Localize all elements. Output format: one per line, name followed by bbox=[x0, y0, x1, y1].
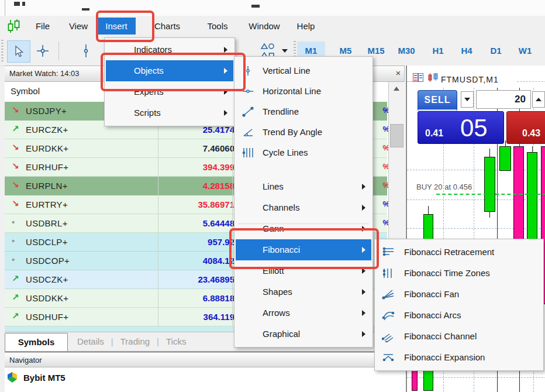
menu-bar: FileViewInsertChartsToolsWindowHelp bbox=[0, 16, 545, 36]
objects-submenu: Vertical LineHorizontal LineTrendlineTre… bbox=[234, 56, 373, 348]
price-cell: 364.119 bbox=[163, 312, 234, 322]
objects-menu-item-cycle-lines[interactable]: Cycle Lines bbox=[236, 142, 371, 163]
fib-expansion-icon bbox=[382, 352, 395, 363]
symbol-column-header[interactable]: Symbol bbox=[11, 86, 40, 96]
crosshair-tool-button[interactable] bbox=[32, 40, 54, 61]
trend-by-angle-icon bbox=[242, 126, 254, 138]
menu-item-label: Gann bbox=[263, 223, 284, 233]
symbol-cell: USDJPY+ bbox=[26, 106, 67, 116]
objects-dropdown-arrow-icon[interactable] bbox=[282, 49, 288, 53]
timeframe-button-d1[interactable]: D1 bbox=[485, 42, 506, 60]
tab-separator: | bbox=[157, 336, 159, 346]
objects-menu-item-graphical[interactable]: Graphical bbox=[236, 324, 371, 345]
symbol-cell: EURHUF+ bbox=[26, 162, 68, 172]
tab-ticks[interactable]: Ticks bbox=[166, 336, 186, 346]
symbol-cell: USDCLP+ bbox=[26, 237, 68, 247]
timeframe-button-h4[interactable]: H4 bbox=[456, 42, 477, 60]
menu-item-label: Fibonacci Fan bbox=[404, 289, 459, 299]
scrollbar-thumb[interactable] bbox=[390, 124, 403, 147]
menu-item-label: Fibonacci Time Zones bbox=[404, 268, 490, 278]
submenu-arrow-icon bbox=[362, 184, 365, 190]
chevron-up-icon bbox=[536, 98, 541, 101]
menu-item-insert[interactable]: Insert bbox=[97, 18, 136, 35]
quotes-list-icon[interactable] bbox=[413, 73, 423, 82]
submenu-arrow-icon bbox=[224, 47, 227, 53]
percent-cell: % bbox=[377, 106, 389, 115]
tab-trading[interactable]: Trading bbox=[120, 336, 150, 346]
timeframe-button-m30[interactable]: M30 bbox=[393, 42, 420, 60]
fibonacci-submenu: Fibonacci RetracementFibonacci Time Zone… bbox=[374, 239, 544, 371]
objects-menu-item-shapes[interactable]: Shapes bbox=[236, 281, 371, 302]
tab-symbols[interactable]: Symbols bbox=[5, 333, 68, 352]
navigator-title: Navigator bbox=[9, 356, 42, 365]
fib-menu-item-fibonacci-retracement[interactable]: Fibonacci Retracement bbox=[376, 242, 542, 263]
crosshair-icon bbox=[36, 44, 50, 58]
column-divider bbox=[232, 102, 233, 326]
timeframe-button-h1[interactable]: H1 bbox=[427, 42, 449, 60]
price-cell: 35.86971 bbox=[163, 200, 234, 209]
fib-menu-item-fibonacci-expansion[interactable]: Fibonacci Expansion bbox=[376, 347, 542, 368]
percent-cell: % bbox=[377, 218, 389, 227]
sell-tab[interactable]: SELL bbox=[418, 90, 457, 111]
objects-menu-item-gann[interactable]: Gann bbox=[236, 218, 371, 239]
menu-item-help[interactable]: Help bbox=[292, 18, 319, 35]
trend-up-icon: ↗ bbox=[12, 292, 19, 302]
tab-details[interactable]: Details bbox=[77, 336, 104, 346]
symbol-cell: USDBRL+ bbox=[26, 218, 68, 228]
volume-up-button[interactable] bbox=[532, 91, 545, 108]
price-cell: 4084.12 bbox=[163, 256, 234, 266]
menu-item-file[interactable]: File bbox=[30, 18, 55, 35]
menu-item-label: Shapes bbox=[263, 287, 292, 297]
volume-field[interactable]: 20 bbox=[476, 90, 531, 109]
objects-menu-item-elliott[interactable]: Elliott bbox=[236, 260, 371, 281]
submenu-arrow-icon bbox=[224, 68, 227, 74]
chart-window-icon[interactable] bbox=[428, 73, 439, 82]
vertical-line-tool-button[interactable] bbox=[75, 40, 97, 61]
navigator-titlebar[interactable]: Navigator bbox=[5, 352, 405, 367]
scroll-up-icon[interactable] bbox=[394, 87, 399, 91]
submenu-arrow-icon bbox=[224, 110, 227, 116]
trend-down-icon: ↘ bbox=[12, 198, 19, 209]
menu-item-view[interactable]: View bbox=[64, 18, 92, 35]
trend-up-icon: ↗ bbox=[12, 123, 19, 134]
submenu-arrow-icon bbox=[362, 205, 365, 211]
insert-menu-item-indicators[interactable]: Indicators bbox=[106, 39, 233, 60]
objects-menu-item-vertical-line[interactable]: Vertical Line bbox=[236, 60, 371, 81]
fib-menu-item-fibonacci-arcs[interactable]: Fibonacci Arcs bbox=[376, 305, 542, 326]
buy-price-button[interactable]: 0.43 bbox=[506, 111, 545, 144]
submenu-arrow-icon bbox=[362, 310, 365, 316]
toolbar-grip[interactable] bbox=[1, 40, 4, 62]
fib-menu-item-fibonacci-fan[interactable]: Fibonacci Fan bbox=[376, 284, 542, 305]
insert-menu-item-experts[interactable]: Experts bbox=[106, 81, 233, 102]
timeframe-button-w1[interactable]: W1 bbox=[513, 42, 537, 60]
insert-menu-item-scripts[interactable]: Scripts bbox=[106, 102, 233, 123]
mt5-window: FileViewInsertChartsToolsWindowHelp bbox=[0, 0, 545, 392]
fib-menu-item-fibonacci-time-zones[interactable]: Fibonacci Time Zones bbox=[376, 263, 542, 284]
objects-menu-item-trendline[interactable]: Trendline bbox=[236, 101, 371, 122]
cutoff-fragment bbox=[14, 2, 20, 6]
close-icon[interactable]: × bbox=[393, 67, 403, 80]
volume-dropdown-button[interactable] bbox=[461, 91, 474, 108]
menu-item-label: Objects bbox=[134, 66, 164, 75]
menu-item-tools[interactable]: Tools bbox=[202, 18, 233, 35]
objects-menu-item-trend-by-angle[interactable]: Trend By Angle bbox=[236, 122, 371, 142]
trend-down-icon: ↘ bbox=[12, 105, 19, 115]
menu-item-window[interactable]: Window bbox=[246, 18, 283, 35]
submenu-arrow-icon bbox=[362, 226, 365, 232]
insert-menu-item-objects[interactable]: Objects bbox=[106, 60, 233, 81]
cursor-tool-button[interactable] bbox=[7, 40, 30, 63]
sell-price-button[interactable]: 0.41 05 bbox=[418, 111, 504, 144]
trend-flat-icon: • bbox=[12, 217, 15, 227]
objects-menu-item-horizontal-line[interactable]: Horizontal Line bbox=[236, 81, 371, 101]
trend-flat-icon: • bbox=[12, 236, 15, 246]
navigator-item-bybit[interactable]: Bybit MT5 bbox=[6, 371, 65, 384]
objects-menu-item-arrows[interactable]: Arrows bbox=[236, 302, 371, 324]
objects-menu-item-channels[interactable]: Channels bbox=[236, 197, 371, 218]
objects-menu-item-lines[interactable]: Lines bbox=[236, 176, 371, 197]
objects-menu-item-fibonacci[interactable]: Fibonacci bbox=[236, 239, 371, 260]
fib-fan-icon bbox=[382, 288, 395, 300]
fib-menu-item-fibonacci-channel[interactable]: Fibonacci Channel bbox=[376, 326, 542, 347]
menu-item-charts[interactable]: Charts bbox=[149, 18, 186, 35]
buy-price-main: 0.43 bbox=[522, 128, 540, 139]
price-cell: 4.28158 bbox=[163, 181, 234, 191]
